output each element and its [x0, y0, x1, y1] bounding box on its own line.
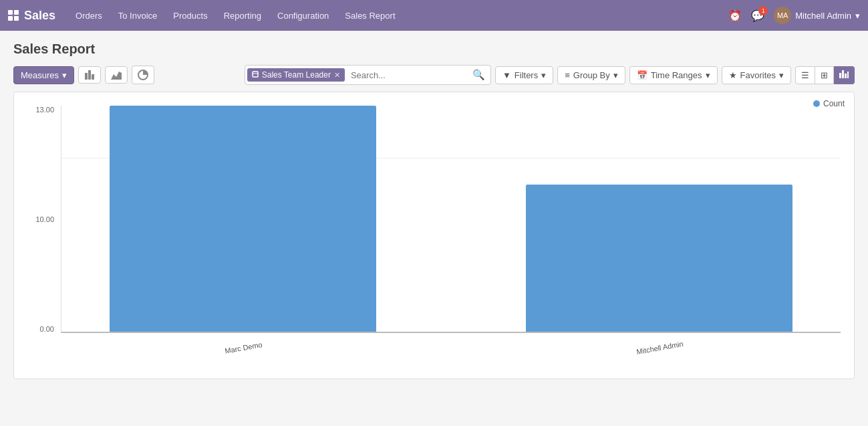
avatar: MA — [774, 7, 791, 24]
nav-reporting[interactable]: Reporting — [217, 8, 268, 23]
topbar: Sales Orders To Invoice Products Reporti… — [0, 0, 868, 31]
toolbar-right: Sales Team Leader ✕ 🔍 ▼ Filters ▾ ≡ Grou… — [245, 65, 855, 85]
measures-chevron-icon: ▾ — [62, 70, 67, 80]
search-tag-close-icon[interactable]: ✕ — [334, 71, 340, 80]
search-tag-sales-team-leader: Sales Team Leader ✕ — [247, 68, 345, 82]
bar-marc-demo-wrapper: Marc Demo — [110, 106, 376, 332]
group-by-label: Group By — [573, 70, 610, 80]
search-button[interactable]: 🔍 — [467, 66, 490, 84]
svg-rect-0 — [85, 73, 88, 80]
group-by-chevron-icon: ▾ — [613, 70, 618, 80]
favorites-button[interactable]: ★ Favorites ▾ — [722, 66, 791, 84]
chart-plot: Marc Demo Mitchell Admin — [61, 106, 841, 333]
favorites-label: Favorites — [740, 70, 776, 80]
graph-view-icon — [839, 70, 849, 78]
nav-sales-report[interactable]: Sales Report — [338, 8, 402, 23]
filters-chevron-icon: ▾ — [541, 70, 546, 80]
search-icon: 🔍 — [472, 69, 485, 80]
bar-mitchell-admin-wrapper: Mitchell Admin — [526, 106, 792, 332]
pie-chart-button[interactable] — [132, 66, 154, 84]
topbar-right: ⏰ 💬 1 MA Mitchell Admin ▾ — [728, 7, 860, 24]
page-title: Sales Report — [13, 41, 855, 57]
y-label-bottom: 0.00 — [40, 325, 54, 333]
y-axis: 13.00 10.00 0.00 — [21, 106, 59, 333]
svg-rect-7 — [842, 70, 844, 78]
favorites-icon: ★ — [729, 70, 737, 80]
nav-to-invoice[interactable]: To Invoice — [112, 8, 164, 23]
svg-rect-9 — [847, 72, 849, 78]
search-tag-label: Sales Team Leader — [262, 70, 331, 80]
pie-chart-icon — [138, 70, 148, 80]
table-view-button[interactable]: ⊞ — [815, 66, 834, 84]
group-by-icon: ≡ — [565, 70, 570, 80]
nav-orders[interactable]: Orders — [69, 8, 109, 23]
nav-configuration[interactable]: Configuration — [271, 8, 335, 23]
app-grid-icon[interactable] — [8, 10, 19, 21]
measures-label: Measures — [21, 70, 59, 80]
svg-rect-6 — [839, 73, 841, 78]
table-view-icon: ⊞ — [821, 70, 828, 80]
list-view-button[interactable]: ☰ — [795, 66, 815, 84]
user-name: Mitchell Admin — [795, 11, 851, 21]
toolbar-left: Measures ▾ — [13, 66, 154, 84]
tag-icon — [252, 71, 259, 78]
user-chevron-icon: ▾ — [855, 11, 860, 21]
brand-label: Sales — [24, 9, 55, 23]
area-chart-icon — [111, 70, 122, 80]
filters-label: Filters — [515, 70, 538, 80]
bar-marc-demo — [110, 106, 376, 332]
graph-view-button[interactable] — [834, 66, 855, 84]
y-label-mid: 10.00 — [35, 215, 54, 223]
svg-rect-8 — [845, 74, 847, 78]
svg-rect-1 — [88, 70, 91, 80]
filters-button[interactable]: ▼ Filters ▾ — [495, 66, 553, 84]
chart-container: Count 13.00 10.00 0.00 Marc Demo — [13, 92, 855, 379]
view-switcher: ☰ ⊞ — [795, 66, 855, 84]
time-ranges-icon: 📅 — [637, 70, 647, 80]
chart-area: 13.00 10.00 0.00 Marc Demo Mitchell — [21, 99, 847, 360]
bar-marc-demo-label: Marc Demo — [224, 340, 263, 355]
group-by-button[interactable]: ≡ Group By ▾ — [557, 66, 625, 84]
area-chart-button[interactable] — [105, 66, 128, 84]
bar-mitchell-admin — [526, 185, 792, 332]
bar-chart-button[interactable] — [78, 66, 101, 84]
bar-chart-icon — [84, 70, 95, 80]
main-content: Sales Report Measures ▾ — [0, 31, 868, 390]
bar-mitchell-admin-label: Mitchell Admin — [636, 340, 684, 356]
chat-icon[interactable]: 💬 1 — [751, 9, 764, 22]
user-menu[interactable]: MA Mitchell Admin ▾ — [774, 7, 860, 24]
nav-products[interactable]: Products — [166, 8, 214, 23]
main-nav: Orders To Invoice Products Reporting Con… — [69, 8, 715, 23]
filter-icon: ▼ — [502, 70, 511, 80]
clock-icon[interactable]: ⏰ — [728, 9, 742, 22]
time-ranges-label: Time Ranges — [651, 70, 702, 80]
search-input[interactable] — [347, 68, 467, 83]
svg-rect-4 — [253, 72, 258, 77]
list-view-icon: ☰ — [801, 70, 809, 80]
measures-button[interactable]: Measures ▾ — [13, 66, 74, 84]
y-label-top: 13.00 — [35, 106, 54, 114]
chat-badge: 1 — [758, 6, 768, 15]
svg-rect-2 — [92, 74, 94, 80]
search-tag-icon — [252, 70, 259, 80]
brand[interactable]: Sales — [8, 9, 55, 23]
time-ranges-chevron-icon: ▾ — [706, 70, 710, 80]
search-area: Sales Team Leader ✕ 🔍 — [245, 65, 491, 85]
favorites-chevron-icon: ▾ — [779, 70, 784, 80]
time-ranges-button[interactable]: 📅 Time Ranges ▾ — [629, 66, 718, 84]
toolbar: Measures ▾ — [13, 65, 855, 85]
